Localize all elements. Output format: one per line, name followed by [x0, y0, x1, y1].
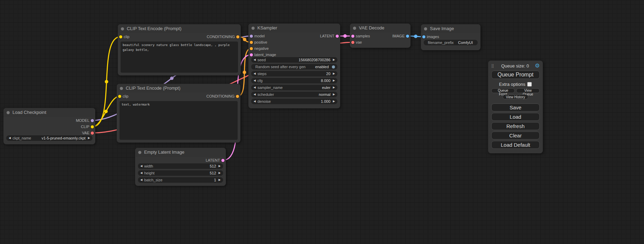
increment-arrow-icon[interactable]: ▶ — [219, 163, 221, 169]
widget-label: steps — [257, 72, 266, 76]
refresh-button[interactable]: Refresh — [491, 122, 540, 130]
node-clip-text-encode-positive[interactable]: CLIP Text Encode (Prompt)clipCONDITIONIN… — [118, 24, 241, 75]
widget-label: width — [144, 164, 153, 168]
link-midpoint-dot — [104, 110, 108, 113]
widget-value: 156680208700286 — [267, 58, 330, 62]
negative-input-port[interactable] — [250, 47, 253, 50]
clip-input-port[interactable] — [119, 35, 122, 38]
view-history-button[interactable]: View History — [503, 94, 528, 99]
decrement-arrow-icon[interactable]: ◀ — [140, 170, 142, 176]
node-title-bar[interactable]: Save Image — [421, 24, 480, 33]
widget-random-seed-after-every-gen[interactable]: Random seed after every genenabled — [251, 64, 337, 70]
node-ksampler[interactable]: KSamplermodelpositivenegativelatent_imag… — [248, 24, 340, 108]
node-title-bar[interactable]: VAE Decode — [350, 24, 411, 33]
decrement-arrow-icon[interactable]: ◀ — [140, 163, 142, 169]
node-title-bar[interactable]: Load Checkpoint — [3, 108, 95, 117]
widget-batch-size[interactable]: ◀batch_size1▶ — [138, 177, 223, 183]
collapse-toggle-icon[interactable] — [120, 87, 123, 90]
clear-button[interactable]: Clear — [491, 132, 540, 139]
decrement-arrow-icon[interactable]: ◀ — [254, 85, 256, 90]
collapse-toggle-icon[interactable] — [138, 151, 141, 154]
node-empty-latent-image[interactable]: Empty Latent ImageLATENT◀width512▶◀heigh… — [135, 148, 226, 186]
collapse-toggle-icon[interactable] — [424, 27, 427, 30]
increment-arrow-icon[interactable]: ▶ — [219, 177, 221, 183]
MODEL-output-port[interactable] — [91, 119, 94, 122]
node-save-image[interactable]: Save Imageimagesfilename_prefixComfyUI — [421, 24, 480, 50]
vae-input-port[interactable] — [351, 41, 354, 44]
save-button[interactable]: Save — [491, 103, 540, 111]
increment-arrow-icon[interactable]: ▶ — [333, 57, 335, 63]
increment-arrow-icon[interactable]: ▶ — [88, 135, 90, 141]
extra-options-row: Extra options — [491, 82, 540, 87]
increment-arrow-icon[interactable]: ▶ — [333, 85, 335, 90]
load-button[interactable]: Load — [491, 113, 540, 121]
widget-value: 8.000 — [264, 79, 330, 83]
collapse-toggle-icon[interactable] — [252, 27, 255, 30]
graph-canvas[interactable]: ⣿ Queue size: 0 ⚙ Queue Prompt Extra opt… — [0, 0, 644, 244]
widget-height[interactable]: ◀height512▶ — [138, 170, 223, 176]
decrement-arrow-icon[interactable]: ◀ — [9, 135, 11, 141]
decrement-arrow-icon[interactable]: ◀ — [254, 71, 256, 76]
increment-arrow-icon[interactable]: ▶ — [333, 78, 335, 83]
prompt-textarea[interactable]: beautiful scenery nature glass bottle la… — [121, 42, 238, 73]
toggle-dot-icon[interactable] — [332, 65, 335, 69]
IMAGE-output-port[interactable] — [406, 35, 409, 38]
queue-prompt-button[interactable]: Queue Prompt — [491, 71, 540, 79]
input-label: images — [427, 34, 439, 39]
settings-gear-icon[interactable]: ⚙ — [535, 63, 540, 69]
widget-scheduler[interactable]: ◀schedulernormal▶ — [251, 92, 337, 97]
widget-ckpt-name[interactable]: ◀ckpt_namev1-5-pruned-emaonly.ckpt▶ — [6, 135, 92, 141]
node-title-bar[interactable]: CLIP Text Encode (Prompt) — [118, 24, 241, 33]
prompt-textarea[interactable]: text, watermark — [120, 101, 238, 140]
increment-arrow-icon[interactable]: ▶ — [333, 99, 335, 104]
images-input-port[interactable] — [422, 35, 425, 38]
extra-options-checkbox[interactable] — [527, 82, 532, 87]
link-midpoint-dot — [170, 76, 174, 80]
collapse-toggle-icon[interactable] — [121, 27, 124, 30]
load-default-button[interactable]: Load Default — [491, 141, 540, 149]
widget-cfg[interactable]: ◀cfg8.000▶ — [251, 78, 337, 83]
CONDITIONING-output-port[interactable] — [236, 95, 239, 98]
CLIP-output-port[interactable] — [91, 125, 94, 128]
positive-input-port[interactable] — [250, 41, 253, 44]
increment-arrow-icon[interactable]: ▶ — [219, 170, 221, 176]
node-title-bar[interactable]: CLIP Text Encode (Prompt) — [117, 84, 240, 93]
widget-width[interactable]: ◀width512▶ — [138, 163, 223, 169]
output-label: LATENT — [206, 157, 220, 163]
widget-filename-prefix[interactable]: filename_prefixComfyUI — [424, 40, 478, 45]
increment-arrow-icon[interactable]: ▶ — [333, 71, 335, 76]
widget-denoise[interactable]: ◀denoise1.000▶ — [251, 99, 337, 104]
node-vae-decode[interactable]: VAE DecodesamplesvaeIMAGE — [350, 24, 411, 48]
input-label: samples — [356, 33, 370, 39]
link-midpoint-dot — [243, 38, 246, 41]
link-midpoint-dot — [105, 80, 108, 83]
decrement-arrow-icon[interactable]: ◀ — [254, 57, 256, 63]
latent_image-input-port[interactable] — [250, 53, 253, 56]
widget-steps[interactable]: ◀steps20▶ — [251, 71, 337, 76]
collapse-toggle-icon[interactable] — [353, 27, 356, 30]
decrement-arrow-icon[interactable]: ◀ — [254, 78, 256, 83]
LATENT-output-port[interactable] — [221, 159, 224, 162]
widget-seed[interactable]: ◀seed156680208700286▶ — [251, 57, 337, 63]
node-title-bar[interactable]: Empty Latent Image — [135, 148, 226, 157]
increment-arrow-icon[interactable]: ▶ — [333, 92, 335, 97]
collapse-toggle-icon[interactable] — [7, 111, 10, 114]
decrement-arrow-icon[interactable]: ◀ — [254, 92, 256, 97]
node-clip-text-encode-negative[interactable]: CLIP Text Encode (Prompt)clipCONDITIONIN… — [117, 84, 240, 143]
decrement-arrow-icon[interactable]: ◀ — [140, 177, 142, 183]
VAE-output-port[interactable] — [91, 132, 94, 135]
node-title-bar[interactable]: KSampler — [248, 24, 340, 33]
LATENT-output-port[interactable] — [336, 35, 339, 38]
drag-handle-icon[interactable]: ⣿ — [491, 64, 494, 68]
samples-input-port[interactable] — [351, 35, 354, 38]
model-input-port[interactable] — [250, 35, 253, 38]
view-queue-button[interactable]: View Queue — [516, 88, 540, 93]
widget-sampler-name[interactable]: ◀sampler_nameeuler▶ — [251, 85, 337, 90]
node-load-checkpoint[interactable]: Load CheckpointMODELCLIPVAE◀ckpt_namev1-… — [3, 108, 95, 144]
queue-front-button[interactable]: Queue Front — [491, 88, 515, 93]
clip-input-port[interactable] — [118, 95, 121, 98]
widget-label: Random seed after every gen — [255, 65, 306, 69]
widget-value: ComfyUI — [456, 40, 473, 45]
CONDITIONING-output-port[interactable] — [236, 35, 239, 38]
decrement-arrow-icon[interactable]: ◀ — [254, 99, 256, 104]
